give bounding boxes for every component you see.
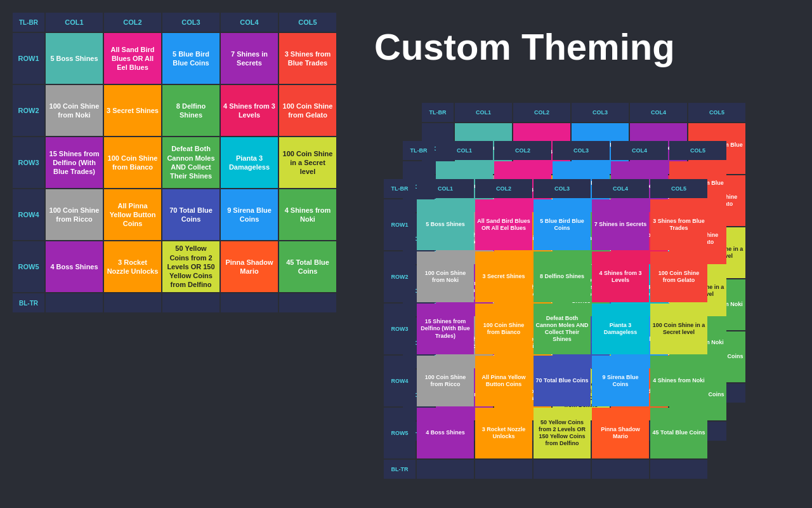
cell-r5c2[interactable]: 3 Rocket Nozzle Unlocks bbox=[104, 241, 161, 292]
bingo-grid-front: TL-BR COL1 COL2 COL3 COL4 COL5 ROW1 5 Bo… bbox=[384, 179, 707, 479]
cell-r3c4[interactable]: Pianta 3 Damageless bbox=[221, 137, 278, 188]
cell-r1c2[interactable]: All Sand Bird Blues OR All Eel Blues bbox=[104, 33, 161, 84]
cell-r4c1[interactable]: 100 Coin Shine from Ricco bbox=[46, 189, 103, 240]
cell-r4c4[interactable]: 9 Sirena Blue Coins bbox=[221, 189, 278, 240]
row3-label: ROW3 bbox=[13, 137, 44, 188]
cell-r5c1[interactable]: 4 Boss Shines bbox=[46, 241, 103, 292]
cell-r2c2[interactable]: 3 Secret Shines bbox=[104, 85, 161, 136]
cell-r2c1[interactable]: 100 Coin Shine from Noki bbox=[46, 85, 103, 136]
cell-r5c3[interactable]: 50 Yellow Coins from 2 Levels OR 150 Yel… bbox=[162, 241, 219, 292]
cell-r2c3[interactable]: 8 Delfino Shines bbox=[162, 85, 219, 136]
cell-r2c5[interactable]: 100 Coin Shine from Gelato bbox=[279, 85, 336, 136]
cell-r1c3[interactable]: 5 Blue Bird Blue Coins bbox=[162, 33, 219, 84]
cell-r3c1[interactable]: 15 Shines from Delfino (With Blue Trades… bbox=[46, 137, 103, 188]
cell-r2c4[interactable]: 4 Shines from 3 Levels bbox=[221, 85, 278, 136]
col1-header: COL1 bbox=[46, 13, 103, 32]
cell-r1c1[interactable]: 5 Boss Shines bbox=[46, 33, 103, 84]
cell-r1c4[interactable]: 7 Shines in Secrets bbox=[221, 33, 278, 84]
cell-r3c2[interactable]: 100 Coin Shine from Bianco bbox=[104, 137, 161, 188]
col4-header: COL4 bbox=[221, 13, 278, 32]
cell-r4c2[interactable]: All Pinna Yellow Button Coins bbox=[104, 189, 161, 240]
row4-label: ROW4 bbox=[13, 189, 44, 240]
page-title: Custom Theming bbox=[374, 25, 675, 68]
cell-r5c5[interactable]: 45 Total Blue Coins bbox=[279, 241, 336, 292]
corner-tl: TL-BR bbox=[13, 13, 44, 32]
corner-bl: BL-TR bbox=[13, 293, 44, 312]
cell-r5c4[interactable]: Pinna Shadow Mario bbox=[221, 241, 278, 292]
cell-r1c5[interactable]: 3 Shines from Blue Trades bbox=[279, 33, 336, 84]
col5-header: COL5 bbox=[279, 13, 336, 32]
cell-r3c3[interactable]: Defeat Both Cannon Moles AND Collect The… bbox=[162, 137, 219, 188]
cell-r3c5[interactable]: 100 Coin Shine in a Secret level bbox=[279, 137, 336, 188]
row5-label: ROW5 bbox=[13, 241, 44, 292]
col3-header: COL3 bbox=[162, 13, 219, 32]
col2-header: COL2 bbox=[104, 13, 161, 32]
cell-r4c3[interactable]: 70 Total Blue Coins bbox=[162, 189, 219, 240]
bingo-grid-left: TL-BR COL1 COL2 COL3 COL4 COL5 ROW1 5 Bo… bbox=[13, 13, 336, 312]
cell-r4c5[interactable]: 4 Shines from Noki bbox=[279, 189, 336, 240]
row1-label: ROW1 bbox=[13, 33, 44, 84]
row2-label: ROW2 bbox=[13, 85, 44, 136]
